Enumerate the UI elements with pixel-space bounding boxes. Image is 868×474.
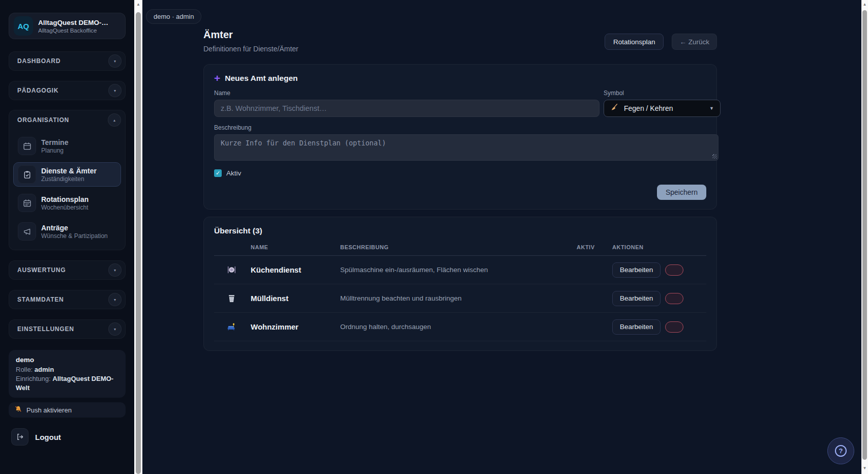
sidebar-item-dienste-aemter[interactable]: Dienste & Ämter Zuständigkeiten xyxy=(13,162,121,187)
user-role: Rolle: admin xyxy=(16,365,118,374)
row-name: Küchendienst xyxy=(251,265,340,274)
form-title: Neues Amt anlegen xyxy=(225,74,297,83)
bell-slash-icon xyxy=(14,405,22,415)
sidebar-scrollbar[interactable]: ▲ xyxy=(134,0,142,474)
scrollbar-thumb[interactable] xyxy=(862,10,867,460)
chevron-down-icon[interactable]: ▾ xyxy=(108,84,122,97)
main-area: demo · admin Ämter Definitionen für Dien… xyxy=(142,0,861,474)
edit-button[interactable]: Bearbeiten xyxy=(612,319,661,335)
sidebar-section-paedagogik[interactable]: PÄDAGOGIK ▾ xyxy=(9,81,126,100)
main-scrollbar[interactable]: ▲ ▼ xyxy=(861,0,868,474)
symbol-select-value: Fegen / Kehren xyxy=(624,104,704,112)
aktiv-checkbox-row[interactable]: ✓ Aktiv xyxy=(214,169,241,177)
page-subtitle: Definitionen für Dienste/Ämter xyxy=(203,45,298,53)
workspace-card: AQ AlltagQuest DEMO-… AlltagQuest Backof… xyxy=(9,13,126,39)
save-button[interactable]: Speichern xyxy=(657,185,706,200)
chevron-down-icon[interactable]: ▾ xyxy=(108,263,122,277)
trash-icon xyxy=(214,293,251,303)
table-header-row: NAME BESCHREIBUNG AKTIV AKTIONEN xyxy=(214,244,706,256)
chevron-down-icon[interactable]: ▾ xyxy=(108,54,122,68)
row-description: Ordnung halten, durchsaugen xyxy=(340,323,577,331)
column-header-aktionen: AKTIONEN xyxy=(612,244,706,250)
symbol-select[interactable]: Fegen / Kehren ▼ xyxy=(604,100,721,117)
sidebar: AQ AlltagQuest DEMO-… AlltagQuest Backof… xyxy=(0,0,134,474)
user-info-card: demo Rolle: admin Einrichtung: AlltagQue… xyxy=(9,350,126,398)
row-name: Mülldienst xyxy=(251,294,340,303)
delete-button[interactable] xyxy=(665,293,683,304)
symbol-label: Symbol xyxy=(604,90,721,97)
help-button[interactable]: ? xyxy=(827,437,854,464)
app-logo-text: AQ xyxy=(18,22,29,31)
nav-item-title: Termine xyxy=(41,138,68,146)
description-textarea-wrap xyxy=(214,134,719,161)
sidebar-item-antraege[interactable]: Anträge Wünsche & Partizipation xyxy=(13,219,121,244)
sidebar-section-organisation-group: ORGANISATION ▴ Termine Planung Dienste &… xyxy=(9,110,126,250)
scrollbar-down-arrow[interactable]: ▼ xyxy=(861,464,868,472)
workspace-subtitle: AlltagQuest Backoffice xyxy=(38,27,108,34)
nav-item-title: Rotationsplan xyxy=(41,195,88,203)
name-input[interactable] xyxy=(214,100,600,117)
name-label: Name xyxy=(214,90,600,97)
logout-button[interactable]: Logout xyxy=(9,428,126,446)
back-button[interactable]: ← Zurück xyxy=(672,34,717,50)
nav-item-title: Anträge xyxy=(41,224,108,232)
aktiv-checkbox[interactable]: ✓ xyxy=(214,169,222,177)
sidebar-section-dashboard[interactable]: DASHBOARD ▾ xyxy=(9,51,126,71)
scrollbar-thumb[interactable] xyxy=(136,12,141,474)
push-activate-label: Push aktivieren xyxy=(26,406,72,414)
sidebar-section-einstellungen[interactable]: EINSTELLUNGEN ▾ xyxy=(9,319,126,339)
sidebar-item-termine[interactable]: Termine Planung xyxy=(13,134,121,158)
sidebar-section-organisation[interactable]: ORGANISATION ▴ xyxy=(13,110,121,130)
delete-button[interactable] xyxy=(665,321,683,333)
page-title: Ämter xyxy=(203,29,298,41)
chevron-up-icon[interactable]: ▴ xyxy=(108,113,121,127)
workspace-title: AlltagQuest DEMO-… xyxy=(38,19,108,26)
sidebar-section-stammdaten[interactable]: STAMMDATEN ▾ xyxy=(9,290,126,309)
table-row: Wohnzimmer Ordnung halten, durchsaugen B… xyxy=(214,313,706,341)
create-amt-card: + Neues Amt anlegen Name Symbol Fegen / … xyxy=(203,64,717,210)
plate-cutlery-icon xyxy=(214,265,251,275)
uebersicht-card: Übersicht (3) NAME BESCHREIBUNG AKTIV AK… xyxy=(203,217,717,351)
section-label: DASHBOARD xyxy=(17,57,61,65)
column-header-beschreibung: BESCHREIBUNG xyxy=(340,244,577,250)
aktiv-label: Aktiv xyxy=(226,169,241,177)
edit-button[interactable]: Bearbeiten xyxy=(612,291,661,306)
rotationsplan-button[interactable]: Rotationsplan xyxy=(605,34,664,50)
table-title: Übersicht (3) xyxy=(214,226,706,235)
form-title-row: + Neues Amt anlegen xyxy=(214,74,706,83)
user-name: demo xyxy=(16,355,118,365)
nav-item-subtitle: Planung xyxy=(41,147,68,154)
logout-icon xyxy=(11,428,28,446)
logout-label: Logout xyxy=(35,433,61,441)
section-label: ORGANISATION xyxy=(17,116,69,124)
edit-button[interactable]: Bearbeiten xyxy=(612,262,661,278)
push-activate-button[interactable]: Push aktivieren xyxy=(9,402,126,418)
section-label: EINSTELLUNGEN xyxy=(17,325,74,333)
nav-item-subtitle: Wochenübersicht xyxy=(41,204,88,211)
scrollbar-up-arrow[interactable]: ▲ xyxy=(861,1,868,9)
table-row: Küchendienst Spülmaschine ein-/ausräumen… xyxy=(214,256,706,284)
sidebar-item-rotationsplan[interactable]: Rotationsplan Wochenübersicht xyxy=(13,191,121,215)
couch-icon xyxy=(214,322,251,332)
megaphone-icon xyxy=(18,222,36,241)
chevron-down-icon[interactable]: ▾ xyxy=(108,293,122,306)
nav-item-subtitle: Wünsche & Partizipation xyxy=(41,232,108,240)
scrollbar-up-arrow[interactable]: ▲ xyxy=(134,1,142,9)
sidebar-section-auswertung[interactable]: AUSWERTUNG ▾ xyxy=(9,260,126,280)
page-content: Ämter Definitionen für Dienste/Ämter Rot… xyxy=(203,29,717,351)
user-facility: Einrichtung: AlltagQuest DEMO-Welt xyxy=(16,374,118,393)
row-name: Wohnzimmer xyxy=(251,322,340,331)
column-header-aktiv: AKTIV xyxy=(577,244,612,250)
section-label: AUSWERTUNG xyxy=(17,266,66,274)
delete-button[interactable] xyxy=(665,264,683,276)
nav-item-title: Dienste & Ämter xyxy=(41,167,97,175)
description-textarea[interactable] xyxy=(214,134,719,161)
section-label: PÄDAGOGIK xyxy=(17,87,58,94)
calendar-icon xyxy=(18,137,36,155)
table-row: Mülldienst Mülltrennung beachten und rau… xyxy=(214,284,706,313)
chevron-down-icon[interactable]: ▾ xyxy=(108,322,122,336)
user-role-chip: demo · admin xyxy=(146,9,201,24)
plus-icon: + xyxy=(214,74,220,83)
page-header: Ämter Definitionen für Dienste/Ämter Rot… xyxy=(203,29,717,53)
nav-item-subtitle: Zuständigkeiten xyxy=(41,175,97,183)
